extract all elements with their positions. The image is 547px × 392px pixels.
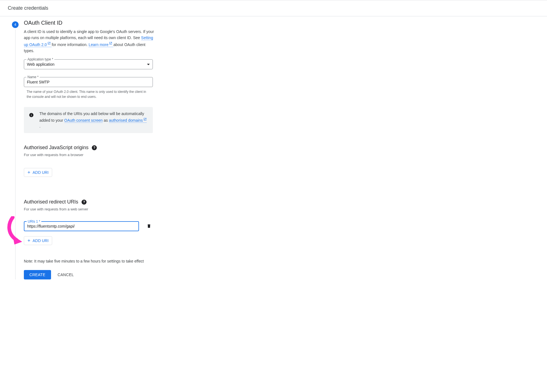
- info-text: .: [39, 124, 40, 128]
- delete-icon[interactable]: [147, 223, 151, 229]
- add-uri-label: ADD URI: [33, 170, 49, 175]
- add-redirect-uri-button[interactable]: + ADD URI: [24, 236, 52, 245]
- redirect-uri-input[interactable]: [27, 224, 136, 228]
- external-link-icon: [47, 41, 51, 47]
- create-button[interactable]: CREATE: [24, 270, 51, 279]
- consent-screen-link[interactable]: OAuth consent screen: [64, 118, 103, 123]
- authorised-domains-link[interactable]: authorised domains: [109, 118, 147, 123]
- field-label: Name *: [26, 75, 40, 79]
- name-helper-text: The name of your OAuth 2.0 client. This …: [27, 89, 150, 99]
- external-link-icon: [109, 41, 112, 47]
- step-number-badge: 4: [12, 21, 19, 28]
- redirect-uri-row: URIs 1 *: [24, 221, 156, 231]
- help-icon[interactable]: ?: [92, 145, 97, 150]
- field-label: Application type *: [26, 57, 54, 61]
- name-field[interactable]: Name *: [24, 77, 153, 87]
- add-uri-label: ADD URI: [33, 238, 49, 243]
- info-icon: [29, 113, 34, 118]
- desc-text: A client ID is used to identify a single…: [24, 29, 154, 40]
- name-input[interactable]: [27, 80, 150, 84]
- info-banner: The domains of the URIs you add below wi…: [24, 107, 153, 133]
- desc-text: for more information.: [52, 42, 88, 47]
- help-icon[interactable]: ?: [82, 200, 87, 205]
- js-origins-desc: For use with requests from a browser: [24, 153, 156, 157]
- external-link-icon: [143, 117, 147, 123]
- js-origins-heading: Authorised JavaScript origins: [24, 145, 88, 151]
- redirect-uri-field[interactable]: URIs 1 *: [24, 221, 139, 231]
- add-js-origin-button[interactable]: + ADD URI: [24, 168, 52, 177]
- application-type-value: Web application: [27, 62, 147, 67]
- plus-icon: +: [27, 238, 31, 243]
- field-label: URIs 1 *: [27, 220, 41, 223]
- plus-icon: +: [27, 170, 31, 175]
- page-title: Create credentials: [0, 0, 547, 16]
- info-text: as: [104, 118, 109, 123]
- chevron-down-icon: [147, 64, 150, 65]
- section-description: A client ID is used to identify a single…: [24, 29, 156, 54]
- settings-note: Note: It may take five minutes to a few …: [24, 259, 156, 263]
- application-type-select[interactable]: Application type * Web application: [24, 59, 153, 69]
- redirect-uris-heading: Authorised redirect URIs: [24, 199, 78, 205]
- cancel-button[interactable]: CANCEL: [58, 273, 74, 277]
- learn-more-link[interactable]: Learn more: [88, 42, 113, 47]
- redirect-uris-desc: For use with requests from a web server: [24, 207, 156, 211]
- step-connector-line: [15, 30, 16, 279]
- section-heading: OAuth Client ID: [24, 20, 156, 26]
